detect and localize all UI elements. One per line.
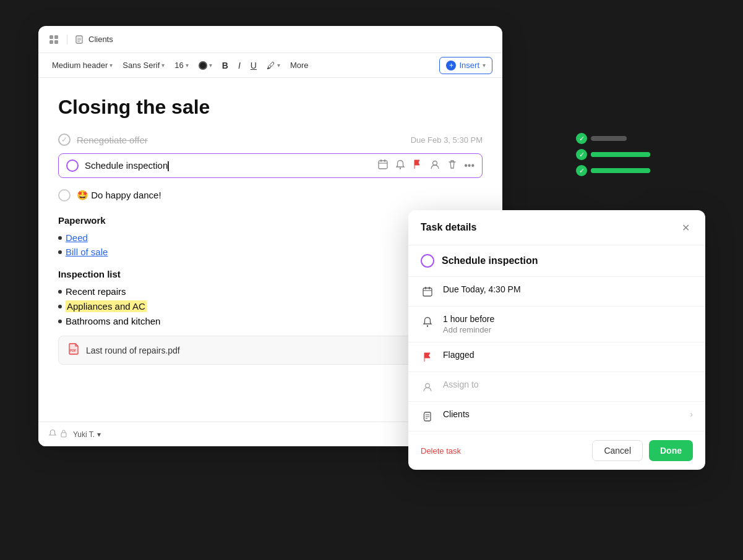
panel-task-name-row: Schedule inspection: [408, 245, 705, 277]
due-date-content: Due Today, 4:30 PM: [443, 284, 693, 294]
notebook-icon: [421, 410, 434, 423]
svg-rect-1: [54, 35, 58, 39]
user-selector[interactable]: Yuki T. ▾: [73, 430, 101, 439]
svg-rect-0: [49, 35, 53, 39]
appliances-text: Appliances and AC: [66, 300, 147, 312]
status-icons: [48, 429, 68, 439]
bill-of-sale-link[interactable]: Bill of sale: [66, 247, 108, 257]
happy-task-row: 🤩 Do happy dance!: [58, 185, 483, 205]
app-icon: [48, 34, 59, 45]
active-task-text: Schedule inspection: [85, 160, 371, 171]
svg-rect-3: [54, 40, 58, 44]
badge-bar-bg-2: [591, 152, 650, 157]
notifications-icon: [48, 429, 57, 439]
bullet-dot-appliances: [58, 305, 62, 308]
reminder-content: 1 hour before Add reminder: [443, 314, 693, 334]
check-icon-2: ✓: [576, 149, 587, 160]
color-dot: [199, 61, 207, 70]
done-button[interactable]: Done: [649, 440, 693, 461]
due-date-icon: [421, 285, 434, 299]
assign-row[interactable]: Assign to: [408, 372, 705, 402]
svg-rect-2: [49, 40, 53, 44]
assign-content: Assign to: [443, 380, 693, 389]
color-chevron: ▾: [209, 62, 212, 69]
completed-task-icon: ✓: [58, 134, 71, 146]
task-illustration-badge: ✓ ✓ ✓: [564, 105, 663, 204]
notebook-chevron: ›: [690, 409, 693, 419]
more-button[interactable]: More: [286, 58, 312, 72]
toolbar: Medium header ▾ Sans Serif ▾ 16 ▾ ▾ B I …: [38, 53, 502, 78]
svg-rect-16: [423, 288, 432, 296]
cancel-button[interactable]: Cancel: [592, 440, 643, 461]
svg-rect-8: [379, 161, 387, 169]
bullet-dot-repairs: [58, 290, 62, 294]
doc-title: Clients: [88, 35, 113, 44]
notebook-content: Clients: [443, 409, 681, 419]
flag-icon[interactable]: [412, 159, 423, 172]
color-picker[interactable]: ▾: [195, 59, 216, 72]
notebook-text: Clients: [443, 409, 681, 419]
file-pdf-icon: PDF: [67, 342, 80, 358]
delete-icon[interactable]: [447, 159, 458, 172]
reminder-bell-icon[interactable]: [395, 159, 406, 172]
text-style-chevron: ▾: [110, 62, 113, 69]
happy-task-text: 🤩 Do happy dance!: [77, 190, 161, 201]
assign-icon: [421, 380, 434, 394]
highlight-icon: 🖊: [267, 61, 275, 70]
size-chevron: ▾: [186, 62, 189, 69]
reminder-sub-text: Add reminder: [443, 325, 693, 334]
active-task-circle: [66, 159, 79, 172]
italic-button[interactable]: I: [234, 58, 244, 73]
editor-titlebar: Clients: [38, 26, 502, 53]
bold-button[interactable]: B: [218, 58, 232, 73]
active-task-row[interactable]: Schedule inspection: [58, 153, 483, 178]
badge-row-2: ✓: [576, 149, 650, 160]
panel-title: Task details: [421, 222, 476, 233]
panel-footer-actions: Cancel Done: [592, 440, 693, 461]
recent-repairs-text: Recent repairs: [66, 286, 126, 297]
badge-bar-fill-1: [591, 136, 627, 141]
reminder-row[interactable]: 1 hour before Add reminder: [408, 307, 705, 342]
assign-text: Assign to: [443, 380, 693, 389]
bathrooms-text: Bathrooms and kitchen: [66, 316, 160, 326]
document-title: Closing the sale: [58, 95, 483, 119]
font-size-selector[interactable]: 16 ▾: [171, 58, 192, 72]
panel-footer: Delete task Cancel Done: [408, 431, 705, 470]
insert-button[interactable]: + Insert ▾: [439, 57, 492, 74]
calendar-icon[interactable]: [377, 159, 389, 172]
font-chevron: ▾: [161, 62, 165, 69]
check-icon-1: ✓: [576, 133, 587, 144]
flagged-content: Flagged: [443, 350, 693, 360]
flag-detail-icon: [421, 350, 434, 364]
doc-icon: [75, 35, 84, 44]
panel-task-name: Schedule inspection: [442, 255, 538, 266]
highlight-button[interactable]: 🖊 ▾: [263, 58, 284, 73]
badge-bar-bg-3: [591, 168, 650, 173]
text-style-selector[interactable]: Medium header ▾: [48, 58, 116, 72]
assignee-icon[interactable]: [429, 159, 440, 172]
user-name: Yuki T.: [73, 430, 95, 439]
deed-link[interactable]: Deed: [66, 232, 88, 243]
notebook-row[interactable]: Clients ›: [408, 402, 705, 431]
underline-button[interactable]: U: [247, 58, 260, 73]
file-name-text: Last round of repairs.pdf: [86, 346, 180, 355]
more-icon[interactable]: •••: [464, 160, 475, 171]
due-date-row[interactable]: Due Today, 4:30 PM: [408, 277, 705, 307]
reminder-icon: [421, 315, 434, 328]
panel-close-button[interactable]: ✕: [678, 220, 693, 235]
delete-task-button[interactable]: Delete task: [421, 446, 461, 456]
happy-task-circle: [58, 189, 71, 202]
bullet-dot-bill: [58, 250, 62, 254]
flagged-row[interactable]: Flagged: [408, 342, 705, 372]
svg-text:PDF: PDF: [70, 349, 76, 352]
bullet-dot-deed: [58, 236, 62, 240]
task-action-icons: •••: [377, 159, 475, 172]
badge-bar-bg-1: [591, 136, 650, 141]
font-selector[interactable]: Sans Serif ▾: [119, 58, 168, 72]
completed-task-text: Renegotiate offer: [77, 135, 405, 145]
check-icon-3: ✓: [576, 165, 587, 176]
due-date-text: Due Today, 4:30 PM: [443, 284, 693, 294]
text-cursor: [168, 161, 169, 171]
badge-row-1: ✓: [576, 133, 650, 144]
lock-icon: [59, 429, 68, 439]
